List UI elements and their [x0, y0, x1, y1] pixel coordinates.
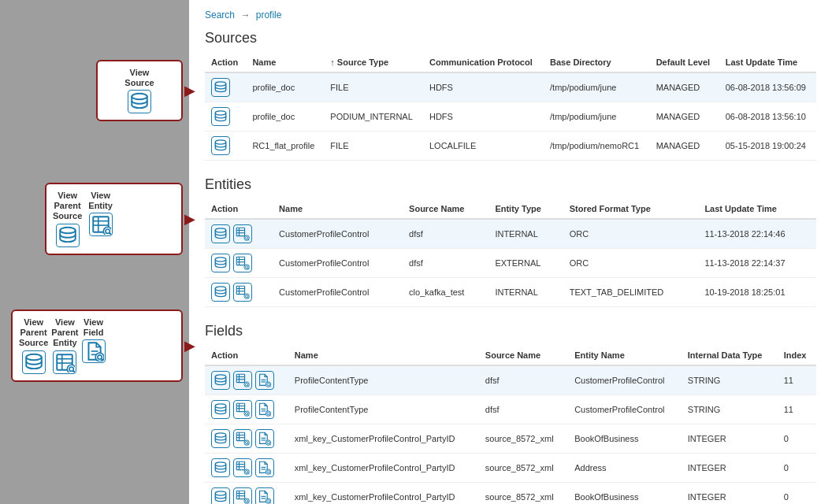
svg-rect-67 [236, 432, 244, 440]
name-cell: xml_key_CustomerProfileControl_PartyID [288, 483, 479, 505]
action-icon-btn[interactable] [211, 371, 230, 390]
view-parent-source-icon-3[interactable] [22, 350, 46, 374]
name-cell: CustomerProfileControl [273, 249, 403, 278]
comm-protocol-cell: LOCALFILE [423, 132, 544, 161]
action-icon-btn[interactable] [211, 429, 230, 448]
fields-title: Fields [205, 323, 816, 339]
action-icon-btn[interactable] [233, 371, 252, 390]
action-icon-btn[interactable] [211, 107, 230, 126]
entities-col-entity-type: Entity Type [488, 199, 563, 219]
annotation-label-view-entity: ViewEntity [88, 191, 113, 211]
svg-rect-25 [236, 257, 244, 265]
stored-format-cell: TEXT_TAB_DELIMITED [563, 278, 699, 307]
view-parent-entity-icon[interactable] [53, 350, 76, 374]
sources-col-action: Action [205, 53, 246, 72]
svg-point-53 [215, 404, 226, 408]
fields-col-index: Index [778, 346, 816, 365]
annotation-label-view-field: ViewField [84, 317, 104, 338]
action-icon-btn[interactable] [211, 224, 230, 243]
default-level-cell: MANAGED [650, 72, 719, 102]
index-cell: 0 [778, 454, 816, 483]
data-type-cell: STRING [682, 395, 778, 424]
action-icon-btn[interactable] [233, 487, 252, 504]
action-cell [205, 249, 273, 278]
sources-col-name: Name [246, 53, 324, 72]
name-cell: xml_key_CustomerProfileControl_PartyID [288, 454, 479, 483]
sources-col-comm-protocol: Communication Protocol [423, 53, 544, 72]
entity-name-cell: CustomerProfileControl [568, 365, 682, 395]
data-type-cell: INTEGER [682, 483, 778, 505]
stored-format-cell: ORC [563, 219, 699, 249]
action-icon-btn[interactable] [255, 400, 274, 419]
action-icon-btn[interactable] [233, 429, 252, 448]
index-cell: 0 [778, 483, 816, 505]
action-icon-btn[interactable] [211, 487, 230, 504]
entities-col-source-name: Source Name [403, 199, 488, 219]
action-icon-btn[interactable] [233, 254, 252, 272]
arrow-entity: ▶ [184, 210, 195, 228]
source-name-cell: source_8572_xml [479, 483, 568, 505]
table-row: profile_doc PODIUM_INTERNAL HDFS /tmp/po… [205, 102, 816, 132]
base-dir-cell: /tmp/podium/nemoRC1 [544, 132, 650, 161]
svg-point-16 [215, 228, 226, 232]
action-cell [205, 278, 273, 307]
stored-format-cell: ORC [563, 249, 699, 278]
table-row: CustomerProfileControl dfsf INTERNAL ORC… [205, 219, 816, 249]
index-cell: 11 [778, 395, 816, 424]
annotation-label-view-parent-source-2: ViewParentSource [53, 191, 82, 222]
entity-name-cell: BookOfBusiness [568, 483, 682, 505]
action-icon-btn[interactable] [255, 487, 274, 504]
action-icon-btn[interactable] [255, 429, 274, 448]
sources-table: Action Name ↑ Source Type Communication … [205, 53, 816, 161]
view-entity-icon[interactable] [89, 213, 113, 236]
svg-point-79 [215, 462, 226, 466]
source-name-cell: dfsf [479, 365, 568, 395]
index-cell: 0 [778, 424, 816, 454]
sources-col-source-type: ↑ Source Type [324, 53, 423, 72]
source-type-cell: PODIUM_INTERNAL [324, 102, 423, 132]
svg-point-32 [215, 287, 226, 291]
entities-col-last-update: Last Update Time [698, 199, 816, 219]
sources-col-last-update: Last Update Time [719, 53, 816, 72]
view-parent-source-icon-2[interactable] [56, 224, 80, 247]
action-icon-btn[interactable] [211, 78, 230, 97]
name-cell: ProfileContentType [288, 395, 479, 424]
table-row: CustomerProfileControl dfsf EXTERNAL ORC… [205, 249, 816, 278]
svg-rect-17 [236, 228, 244, 235]
action-cell [205, 395, 288, 424]
sources-title: Sources [205, 30, 816, 46]
comm-protocol-cell: HDFS [423, 102, 544, 132]
name-cell: profile_doc [246, 102, 324, 132]
action-icon-btn[interactable] [211, 400, 230, 419]
entity-name-cell: CustomerProfileControl [568, 395, 682, 424]
view-source-icon-large[interactable] [128, 90, 151, 113]
action-icon-btn[interactable] [233, 224, 252, 243]
last-update-cell: 11-13-2018 22:14:37 [698, 249, 816, 278]
annotation-view-source: ViewSource ▶ [96, 60, 183, 121]
base-dir-cell: /tmp/podium/june [544, 102, 650, 132]
action-icon-btn[interactable] [233, 283, 252, 302]
action-icon-btn[interactable] [255, 371, 274, 390]
view-field-icon[interactable] [82, 339, 106, 363]
entity-type-cell: INTERNAL [488, 278, 563, 307]
action-icon-btn[interactable] [211, 254, 230, 272]
action-icon-btn[interactable] [211, 283, 230, 302]
breadcrumb-search[interactable]: Search [205, 9, 235, 20]
action-icon-btn[interactable] [211, 458, 230, 477]
action-icon-btn[interactable] [233, 458, 252, 477]
name-cell: ProfileContentType [288, 365, 479, 395]
annotation-view-field: ViewParentSource ViewParentEntity ViewFi… [11, 309, 183, 382]
svg-rect-93 [236, 491, 244, 498]
action-icon-btn[interactable] [211, 136, 230, 155]
annotation-label-view-parent-entity: ViewParentEntity [51, 317, 78, 349]
table-row: RC1_flat_profile FILE LOCALFILE /tmp/pod… [205, 132, 816, 161]
sidebar: ViewSource ▶ ViewParentSource ViewEntity… [0, 0, 189, 504]
source-name-cell: dfsf [403, 219, 488, 249]
action-icon-btn[interactable] [255, 458, 274, 477]
table-row: xml_key_CustomerProfileControl_PartyID s… [205, 454, 816, 483]
fields-col-data-type: Internal Data Type [682, 346, 778, 365]
svg-point-15 [215, 140, 226, 144]
table-row: CustomerProfileControl clo_kafka_test IN… [205, 278, 816, 307]
action-icon-btn[interactable] [233, 400, 252, 419]
entity-type-cell: EXTERNAL [488, 249, 563, 278]
